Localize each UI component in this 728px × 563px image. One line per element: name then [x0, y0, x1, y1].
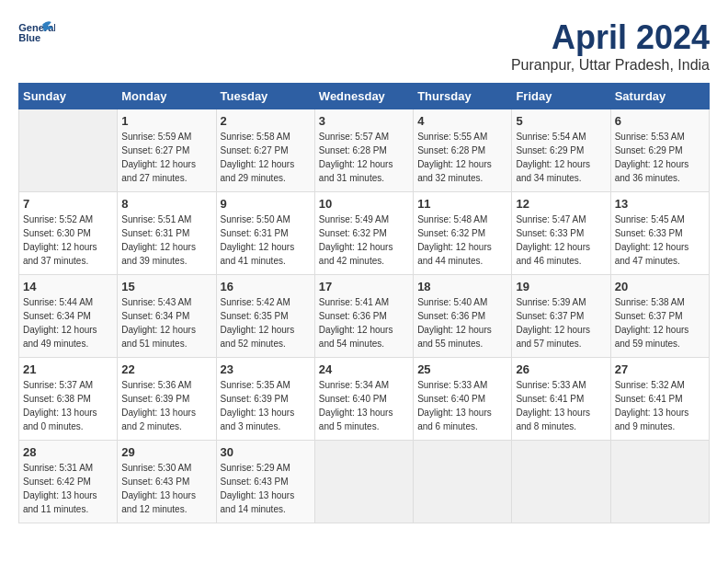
calendar-body: 1Sunrise: 5:59 AM Sunset: 6:27 PM Daylig…: [19, 109, 710, 523]
day-info: Sunrise: 5:44 AM Sunset: 6:34 PM Dayligh…: [23, 295, 113, 350]
month-title: April 2024: [511, 18, 710, 57]
day-info: Sunrise: 5:48 AM Sunset: 6:32 PM Dayligh…: [417, 213, 507, 268]
calendar-cell: 27Sunrise: 5:32 AM Sunset: 6:41 PM Dayli…: [610, 358, 709, 441]
day-number: 4: [417, 114, 507, 128]
day-info: Sunrise: 5:33 AM Sunset: 6:40 PM Dayligh…: [417, 378, 507, 433]
weekday-header-thursday: Thursday: [414, 84, 512, 109]
calendar-cell: [610, 441, 709, 523]
day-number: 10: [319, 197, 409, 211]
day-number: 15: [121, 280, 211, 293]
day-info: Sunrise: 5:40 AM Sunset: 6:36 PM Dayligh…: [417, 295, 507, 350]
day-number: 11: [417, 197, 507, 211]
calendar-cell: [19, 109, 118, 192]
weekday-header-monday: Monday: [118, 84, 216, 109]
calendar-cell: 25Sunrise: 5:33 AM Sunset: 6:40 PM Dayli…: [414, 358, 512, 441]
logo: General Blue: [18, 18, 55, 46]
day-info: Sunrise: 5:36 AM Sunset: 6:39 PM Dayligh…: [121, 378, 211, 433]
week-row-2: 14Sunrise: 5:44 AM Sunset: 6:34 PM Dayli…: [19, 275, 710, 358]
calendar-cell: 2Sunrise: 5:58 AM Sunset: 6:27 PM Daylig…: [216, 109, 314, 192]
day-number: 1: [121, 114, 211, 128]
calendar-cell: 4Sunrise: 5:55 AM Sunset: 6:28 PM Daylig…: [414, 109, 512, 192]
calendar-cell: 14Sunrise: 5:44 AM Sunset: 6:34 PM Dayli…: [19, 275, 118, 358]
day-info: Sunrise: 5:54 AM Sunset: 6:29 PM Dayligh…: [516, 130, 606, 185]
logo-icon: General Blue: [18, 18, 55, 46]
day-info: Sunrise: 5:53 AM Sunset: 6:29 PM Dayligh…: [615, 130, 705, 185]
calendar-cell: 3Sunrise: 5:57 AM Sunset: 6:28 PM Daylig…: [314, 109, 413, 192]
calendar-cell: 24Sunrise: 5:34 AM Sunset: 6:40 PM Dayli…: [314, 358, 413, 441]
day-number: 28: [23, 445, 113, 459]
day-number: 5: [516, 114, 606, 128]
weekday-header-tuesday: Tuesday: [216, 84, 314, 109]
day-number: 23: [221, 362, 311, 376]
day-number: 12: [516, 197, 606, 211]
calendar-cell: 11Sunrise: 5:48 AM Sunset: 6:32 PM Dayli…: [414, 192, 512, 275]
day-number: 18: [417, 280, 507, 293]
calendar-cell: [512, 441, 610, 523]
calendar-cell: 18Sunrise: 5:40 AM Sunset: 6:36 PM Dayli…: [414, 275, 512, 358]
calendar-cell: 19Sunrise: 5:39 AM Sunset: 6:37 PM Dayli…: [512, 275, 610, 358]
day-number: 3: [319, 114, 409, 128]
day-number: 25: [417, 362, 507, 376]
calendar-cell: 28Sunrise: 5:31 AM Sunset: 6:42 PM Dayli…: [19, 441, 118, 523]
calendar-cell: 23Sunrise: 5:35 AM Sunset: 6:39 PM Dayli…: [216, 358, 314, 441]
day-number: 30: [221, 445, 311, 459]
day-number: 8: [121, 197, 211, 211]
day-info: Sunrise: 5:52 AM Sunset: 6:30 PM Dayligh…: [23, 213, 113, 268]
day-info: Sunrise: 5:45 AM Sunset: 6:33 PM Dayligh…: [615, 213, 705, 268]
calendar-cell: 15Sunrise: 5:43 AM Sunset: 6:34 PM Dayli…: [118, 275, 216, 358]
day-number: 17: [319, 280, 409, 293]
calendar-cell: 13Sunrise: 5:45 AM Sunset: 6:33 PM Dayli…: [610, 192, 709, 275]
day-info: Sunrise: 5:32 AM Sunset: 6:41 PM Dayligh…: [615, 378, 705, 433]
day-info: Sunrise: 5:58 AM Sunset: 6:27 PM Dayligh…: [221, 130, 311, 185]
week-row-3: 21Sunrise: 5:37 AM Sunset: 6:38 PM Dayli…: [19, 358, 710, 441]
calendar-cell: 29Sunrise: 5:30 AM Sunset: 6:43 PM Dayli…: [118, 441, 216, 523]
weekday-header-sunday: Sunday: [19, 84, 118, 109]
week-row-1: 7Sunrise: 5:52 AM Sunset: 6:30 PM Daylig…: [19, 192, 710, 275]
calendar-cell: 7Sunrise: 5:52 AM Sunset: 6:30 PM Daylig…: [19, 192, 118, 275]
day-number: 27: [615, 362, 705, 376]
day-info: Sunrise: 5:55 AM Sunset: 6:28 PM Dayligh…: [417, 130, 507, 185]
calendar-table: SundayMondayTuesdayWednesdayThursdayFrid…: [18, 83, 710, 523]
day-info: Sunrise: 5:51 AM Sunset: 6:31 PM Dayligh…: [121, 213, 211, 268]
day-info: Sunrise: 5:50 AM Sunset: 6:31 PM Dayligh…: [221, 213, 311, 268]
calendar-cell: 1Sunrise: 5:59 AM Sunset: 6:27 PM Daylig…: [118, 109, 216, 192]
calendar-cell: 12Sunrise: 5:47 AM Sunset: 6:33 PM Dayli…: [512, 192, 610, 275]
calendar-cell: 8Sunrise: 5:51 AM Sunset: 6:31 PM Daylig…: [118, 192, 216, 275]
calendar-cell: 6Sunrise: 5:53 AM Sunset: 6:29 PM Daylig…: [610, 109, 709, 192]
location-subtitle: Puranpur, Uttar Pradesh, India: [511, 57, 710, 74]
day-info: Sunrise: 5:59 AM Sunset: 6:27 PM Dayligh…: [121, 130, 211, 185]
day-info: Sunrise: 5:41 AM Sunset: 6:36 PM Dayligh…: [319, 295, 409, 350]
calendar-cell: 9Sunrise: 5:50 AM Sunset: 6:31 PM Daylig…: [216, 192, 314, 275]
svg-text:Blue: Blue: [18, 32, 40, 43]
day-number: 9: [221, 197, 311, 211]
day-info: Sunrise: 5:47 AM Sunset: 6:33 PM Dayligh…: [516, 213, 606, 268]
calendar-header: SundayMondayTuesdayWednesdayThursdayFrid…: [19, 84, 710, 109]
day-info: Sunrise: 5:29 AM Sunset: 6:43 PM Dayligh…: [221, 461, 311, 516]
calendar-cell: 16Sunrise: 5:42 AM Sunset: 6:35 PM Dayli…: [216, 275, 314, 358]
calendar-cell: 26Sunrise: 5:33 AM Sunset: 6:41 PM Dayli…: [512, 358, 610, 441]
day-number: 19: [516, 280, 606, 293]
day-info: Sunrise: 5:42 AM Sunset: 6:35 PM Dayligh…: [221, 295, 311, 350]
day-info: Sunrise: 5:34 AM Sunset: 6:40 PM Dayligh…: [319, 378, 409, 433]
day-info: Sunrise: 5:37 AM Sunset: 6:38 PM Dayligh…: [23, 378, 113, 433]
weekday-header-friday: Friday: [512, 84, 610, 109]
day-number: 24: [319, 362, 409, 376]
calendar-cell: 5Sunrise: 5:54 AM Sunset: 6:29 PM Daylig…: [512, 109, 610, 192]
day-number: 13: [615, 197, 705, 211]
weekday-header-wednesday: Wednesday: [314, 84, 413, 109]
day-info: Sunrise: 5:35 AM Sunset: 6:39 PM Dayligh…: [221, 378, 311, 433]
day-info: Sunrise: 5:57 AM Sunset: 6:28 PM Dayligh…: [319, 130, 409, 185]
day-number: 20: [615, 280, 705, 293]
calendar-cell: 20Sunrise: 5:38 AM Sunset: 6:37 PM Dayli…: [610, 275, 709, 358]
day-number: 26: [516, 362, 606, 376]
calendar-cell: 22Sunrise: 5:36 AM Sunset: 6:39 PM Dayli…: [118, 358, 216, 441]
day-info: Sunrise: 5:49 AM Sunset: 6:32 PM Dayligh…: [319, 213, 409, 268]
week-row-4: 28Sunrise: 5:31 AM Sunset: 6:42 PM Dayli…: [19, 441, 710, 523]
weekday-header-saturday: Saturday: [610, 84, 709, 109]
week-row-0: 1Sunrise: 5:59 AM Sunset: 6:27 PM Daylig…: [19, 109, 710, 192]
day-number: 21: [23, 362, 113, 376]
day-info: Sunrise: 5:43 AM Sunset: 6:34 PM Dayligh…: [121, 295, 211, 350]
day-number: 22: [121, 362, 211, 376]
calendar-cell: 17Sunrise: 5:41 AM Sunset: 6:36 PM Dayli…: [314, 275, 413, 358]
calendar-cell: 30Sunrise: 5:29 AM Sunset: 6:43 PM Dayli…: [216, 441, 314, 523]
